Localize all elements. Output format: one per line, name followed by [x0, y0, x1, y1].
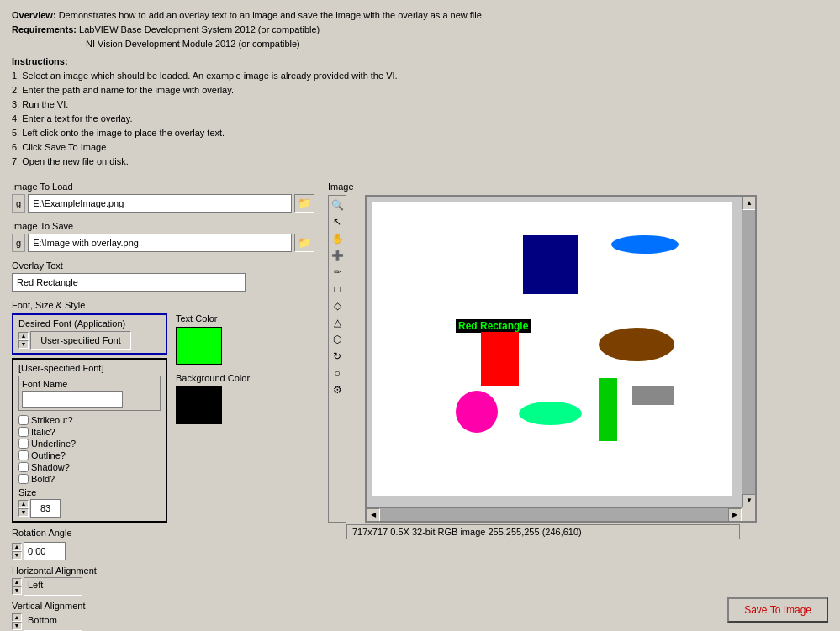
rotation-row: Rotation Angle	[12, 528, 167, 540]
font-name-box: Font Name	[18, 376, 161, 411]
image-to-load-input[interactable]	[28, 194, 292, 213]
overlay-text-group: Overlay Text	[12, 260, 314, 292]
step5: 5. Left click onto the image to place th…	[12, 126, 828, 140]
text-color-swatch[interactable]	[176, 327, 222, 365]
image-to-save-group: Image To Save g 📁	[12, 221, 314, 252]
desired-font-dropdown[interactable]: User-specified Font	[30, 331, 131, 350]
h-align-label: Horizontal Alignment	[12, 565, 167, 576]
zoom-tool[interactable]: 🔍	[330, 197, 345, 213]
image-to-save-prefix: g	[12, 234, 25, 252]
size-input[interactable]	[30, 499, 61, 518]
scroll-corner	[742, 507, 755, 521]
overview-text: Demonstrates how to add an overlay text …	[59, 10, 484, 20]
image-panel-label: Image	[328, 181, 828, 192]
rotation-input[interactable]	[24, 542, 66, 560]
right-panel: Image 🔍 ↖ ✋ ➕ ✏ □ ◇ △ ⬡ ↻ ○ ⚙	[328, 181, 828, 539]
scroll-vertical[interactable]: ▲ ▼	[742, 197, 755, 507]
circle-tool[interactable]: ○	[330, 365, 345, 381]
image-to-load-folder-btn[interactable]: 📁	[294, 194, 314, 213]
h-align-spin-down[interactable]: ▼	[12, 586, 22, 595]
shape-brown-ellipse	[599, 328, 674, 361]
settings-tool[interactable]: ⚙	[330, 382, 345, 397]
bold-checkbox[interactable]	[18, 474, 29, 484]
scroll-up-arrow[interactable]: ▲	[742, 197, 756, 210]
plus-tool[interactable]: ➕	[330, 248, 345, 263]
bg-color-swatch[interactable]	[176, 386, 222, 424]
shape-green-rectangle	[599, 378, 617, 441]
overview-label: Overview:	[12, 10, 56, 20]
image-to-save-input[interactable]	[28, 234, 292, 252]
image-toolbar: 🔍 ↖ ✋ ➕ ✏ □ ◇ △ ⬡ ↻ ○ ⚙	[328, 195, 346, 523]
desired-font-spin-up[interactable]: ▲	[18, 332, 29, 340]
outline-label: Outline?	[31, 450, 66, 460]
size-spin-up[interactable]: ▲	[18, 500, 29, 508]
image-canvas-area[interactable]: Red Rectangle ▲ ▼	[365, 195, 757, 523]
underline-checkbox[interactable]	[18, 439, 29, 449]
overlay-text-input[interactable]	[12, 273, 246, 292]
instructions-label: Instructions:	[12, 56, 68, 66]
triangle-tool[interactable]: △	[330, 315, 345, 330]
h-align-value[interactable]: Left	[24, 577, 82, 596]
scroll-right-arrow[interactable]: ▶	[728, 508, 742, 522]
pencil-tool[interactable]: ✏	[330, 265, 345, 280]
v-align-spin-up[interactable]: ▲	[12, 613, 22, 622]
strikeout-row: Strikeout?	[18, 415, 161, 425]
bg-color-label: Background Color	[176, 373, 250, 383]
rotate-tool[interactable]: ↻	[330, 349, 345, 364]
rotation-label: Rotation Angle	[12, 528, 72, 538]
scroll-horizontal[interactable]: ◀ ▶	[367, 507, 742, 521]
size-spin-down[interactable]: ▼	[18, 508, 29, 517]
v-align-value[interactable]: Bottom	[24, 613, 82, 631]
outline-row: Outline?	[18, 450, 161, 460]
desired-font-box: Desired Font (Application) ▲ ▼ User-spec…	[12, 313, 167, 355]
scroll-h-track[interactable]	[380, 508, 728, 522]
italic-checkbox[interactable]	[18, 427, 29, 437]
underline-label: Underline?	[31, 439, 76, 449]
bg-color-group: Background Color	[176, 373, 250, 424]
desired-font-spin-down[interactable]: ▼	[18, 340, 29, 349]
save-to-image-button[interactable]: Save To Image	[727, 597, 828, 623]
pan-tool[interactable]: ✋	[330, 231, 345, 246]
polygon-tool[interactable]: ⬡	[330, 332, 345, 347]
step4: 4. Enter a text for the overlay.	[12, 112, 828, 126]
image-to-load-label: Image To Load	[12, 181, 314, 192]
font-name-input[interactable]	[22, 391, 123, 408]
underline-row: Underline?	[18, 439, 161, 449]
overlay-text-label: Overlay Text	[12, 260, 314, 271]
scroll-left-arrow[interactable]: ◀	[367, 508, 380, 522]
image-to-save-folder-btn[interactable]: 📁	[294, 234, 314, 252]
rotation-spin-down[interactable]: ▼	[12, 551, 22, 560]
rotation-spin-up[interactable]: ▲	[12, 543, 22, 551]
shadow-label: Shadow?	[31, 462, 70, 472]
status-bar: 717x717 0.5X 32-bit RGB image 255,255,25…	[346, 524, 740, 539]
h-align-spin-up[interactable]: ▲	[12, 578, 22, 586]
canvas-wrapper: Red Rectangle ▲ ▼	[346, 195, 740, 523]
step3: 3. Run the VI.	[12, 97, 828, 112]
outline-checkbox[interactable]	[18, 450, 29, 460]
overlay-label: Red Rectangle	[456, 319, 531, 333]
pointer-tool[interactable]: ↖	[330, 214, 345, 229]
image-to-save-label: Image To Save	[12, 221, 314, 231]
scroll-down-arrow[interactable]: ▼	[742, 494, 756, 507]
italic-row: Italic?	[18, 427, 161, 437]
text-color-label: Text Color	[176, 313, 250, 323]
step7: 7. Open the new file on disk.	[12, 155, 828, 169]
strikeout-checkbox[interactable]	[18, 415, 29, 425]
font-size-style-label: Font, Size & Style	[12, 300, 314, 310]
font-name-label: Font Name	[22, 379, 157, 389]
shadow-checkbox[interactable]	[18, 462, 29, 472]
image-inner[interactable]: Red Rectangle	[372, 202, 732, 496]
v-align-spin-down[interactable]: ▼	[12, 622, 22, 630]
scroll-v-track[interactable]	[742, 210, 755, 494]
rect-tool[interactable]: □	[330, 281, 345, 297]
font-group: Font, Size & Style Desired Font (Applica…	[12, 300, 314, 631]
bold-row: Bold?	[18, 474, 161, 484]
image-to-load-prefix: g	[12, 194, 25, 213]
text-color-group: Text Color	[176, 313, 250, 365]
size-label: Size	[18, 487, 61, 497]
bold-label: Bold?	[31, 474, 55, 484]
diamond-tool[interactable]: ◇	[330, 298, 345, 313]
shape-green-ellipse	[519, 402, 582, 425]
step1: 1. Select an image which should be loade…	[12, 69, 828, 83]
strikeout-label: Strikeout?	[31, 415, 73, 425]
